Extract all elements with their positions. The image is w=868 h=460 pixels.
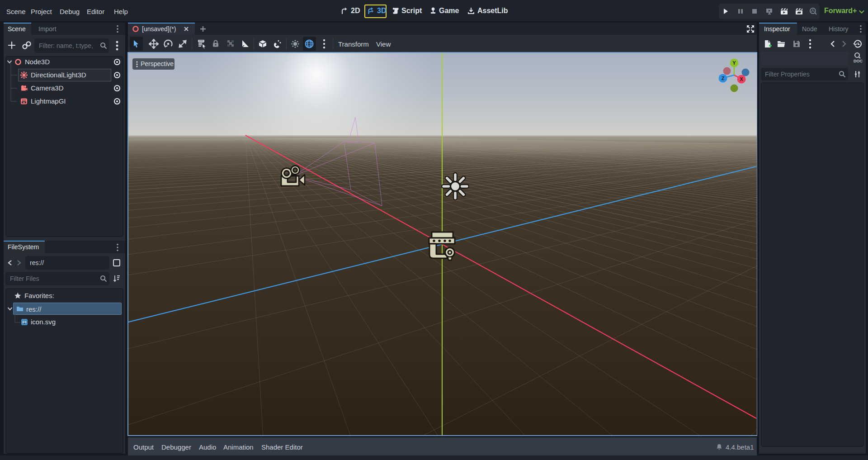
svg-text:DOC: DOC: [854, 59, 863, 63]
svg-text:Z: Z: [722, 76, 725, 81]
svg-text:Y: Y: [732, 60, 736, 66]
svg-text:X: X: [740, 76, 743, 82]
